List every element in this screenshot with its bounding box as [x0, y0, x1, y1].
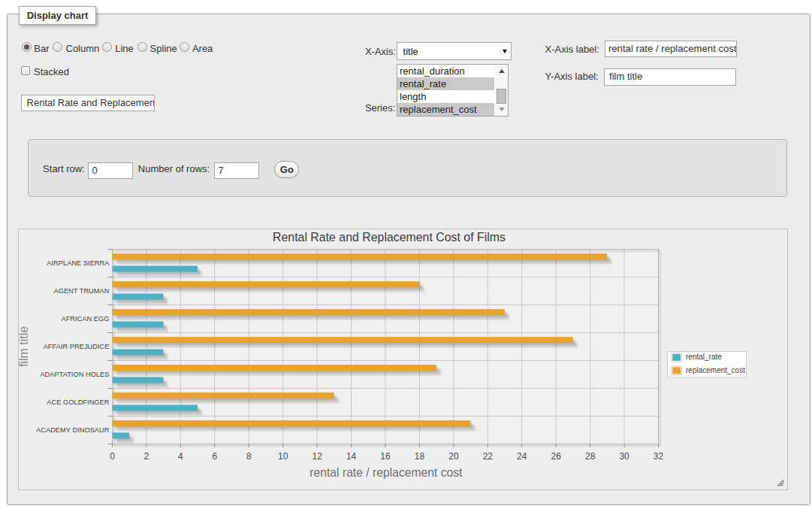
svg-text:Rental Rate and Replacement Co: Rental Rate and Replacement Cost of Film… [273, 231, 506, 244]
svg-text:16: 16 [380, 451, 391, 462]
svg-text:AGENT TRUMAN: AGENT TRUMAN [53, 287, 109, 295]
svg-text:22: 22 [483, 451, 494, 462]
svg-text:2: 2 [144, 451, 149, 462]
svg-text:rental rate / replacement cost: rental rate / replacement cost [309, 466, 463, 479]
svg-text:AIRPLANE SIERRA: AIRPLANE SIERRA [47, 259, 110, 267]
svg-text:ACE GOLDFINGER: ACE GOLDFINGER [47, 398, 109, 406]
svg-text:8: 8 [246, 451, 252, 462]
svg-text:10: 10 [278, 451, 288, 462]
svg-text:6: 6 [212, 451, 217, 462]
svg-text:film title: film title [19, 326, 30, 367]
svg-text:14: 14 [346, 451, 357, 462]
svg-text:12: 12 [312, 451, 322, 462]
svg-text:28: 28 [585, 451, 596, 462]
svg-text:24: 24 [517, 451, 527, 462]
svg-text:4: 4 [178, 451, 183, 462]
svg-text:20: 20 [448, 451, 459, 462]
svg-text:30: 30 [619, 451, 629, 462]
svg-text:32: 32 [654, 451, 664, 462]
svg-text:AFFAIR PREJUDICE: AFFAIR PREJUDICE [44, 343, 110, 350]
svg-text:ACADEMY DINOSAUR: ACADEMY DINOSAUR [36, 426, 110, 434]
svg-text:rental_rate: rental_rate [686, 353, 722, 361]
svg-text:replacement_cost: replacement_cost [686, 366, 745, 374]
svg-text:26: 26 [551, 451, 562, 462]
svg-text:AFRICAN EGG: AFRICAN EGG [61, 315, 109, 323]
svg-text:0: 0 [110, 451, 115, 462]
svg-text:ADAPTATION HOLES: ADAPTATION HOLES [40, 371, 109, 378]
svg-text:18: 18 [415, 451, 425, 462]
